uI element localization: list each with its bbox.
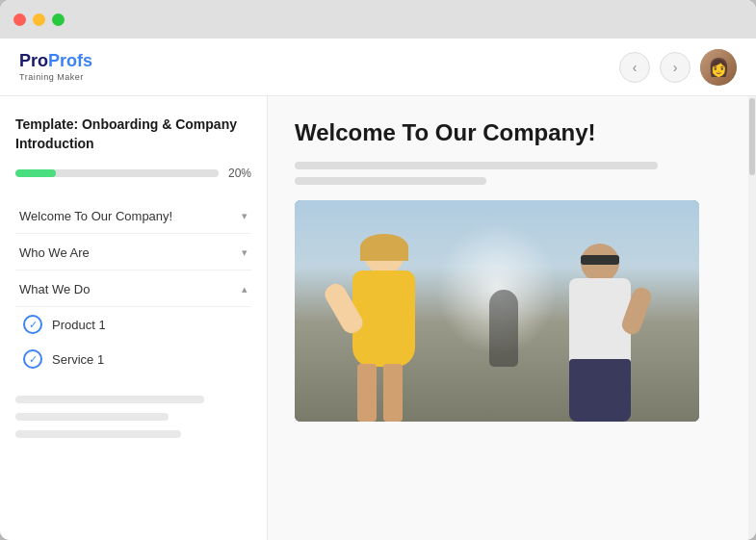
progress-label: 20% <box>228 167 251 180</box>
traffic-lights <box>13 13 65 26</box>
person-right <box>561 244 639 422</box>
chevron-down-icon: ▾ <box>242 210 248 222</box>
skeleton-line-3 <box>15 430 181 438</box>
sidebar-sub-label-product1: Product 1 <box>52 318 106 332</box>
sidebar-section-welcome: Welcome To Our Company! ▾ <box>15 199 251 234</box>
sidebar-item-who-we-are-label: Who We Are <box>19 245 90 260</box>
content-skeleton-line-1 <box>295 162 658 169</box>
sidebar-sub-item-service1[interactable]: Service 1 <box>15 342 251 376</box>
logo-subtitle: Training Maker <box>19 72 92 82</box>
content-area: Welcome To Our Company! <box>268 96 748 540</box>
avatar[interactable]: 👩 <box>700 49 737 86</box>
check-icon-service1 <box>23 349 42 369</box>
nav-prev-button[interactable]: ‹ <box>619 52 650 83</box>
glasses-right <box>581 255 619 265</box>
logo-profs: Profs <box>48 51 92 70</box>
main-content: Template: Onboarding & Company Introduct… <box>0 96 756 540</box>
photo-scene <box>295 200 699 422</box>
progress-fill <box>15 169 56 177</box>
person-left <box>343 234 425 422</box>
scrollbar-thumb <box>749 98 755 175</box>
scrollbar[interactable] <box>748 96 756 540</box>
sidebar-title: Template: Onboarding & Company Introduct… <box>15 116 251 153</box>
nav-next-button[interactable]: › <box>660 52 691 83</box>
skeleton-line-2 <box>15 413 169 421</box>
content-skeleton <box>295 162 721 185</box>
leg-left-2 <box>383 364 403 422</box>
title-bar <box>0 0 756 39</box>
progress-track <box>15 169 219 177</box>
sidebar-item-what-we-do-label: What We Do <box>19 282 90 296</box>
logo: ProProfs Training Maker <box>19 52 92 83</box>
sidebar-skeleton <box>15 396 251 438</box>
maximize-button[interactable] <box>52 13 65 26</box>
hair-left <box>360 234 408 261</box>
top-bar-right: ‹ › 👩 <box>619 49 737 86</box>
sidebar-item-welcome-label: Welcome To Our Company! <box>19 209 172 223</box>
leg-left-1 <box>357 364 377 422</box>
sidebar-section-what-we-do: What We Do ▴ Product 1 Service 1 <box>15 272 251 376</box>
check-icon-product1 <box>23 315 42 334</box>
sidebar-sub-label-service1: Service 1 <box>52 352 104 367</box>
content-image <box>295 200 699 422</box>
pants-right <box>569 359 631 422</box>
content-title: Welcome To Our Company! <box>295 119 721 146</box>
logo-pro: Pro <box>19 51 48 70</box>
bg-person <box>489 290 518 367</box>
chevron-down-icon-2: ▾ <box>242 246 248 259</box>
skeleton-line-1 <box>15 396 204 403</box>
avatar-image: 👩 <box>700 49 737 86</box>
chevron-up-icon: ▴ <box>242 283 248 296</box>
content-skeleton-line-2 <box>295 177 486 185</box>
sidebar-sub-item-product1[interactable]: Product 1 <box>15 307 251 342</box>
sidebar-item-what-we-do[interactable]: What We Do ▴ <box>15 272 251 307</box>
sidebar-item-who-we-are[interactable]: Who We Are ▾ <box>15 236 251 270</box>
minimize-button[interactable] <box>33 13 45 26</box>
browser-window: ProProfs Training Maker ‹ › 👩 Template: … <box>0 0 756 540</box>
progress-bar-container: 20% <box>15 167 251 180</box>
sidebar-item-welcome[interactable]: Welcome To Our Company! ▾ <box>15 199 251 234</box>
close-button[interactable] <box>13 13 26 26</box>
app-body: ProProfs Training Maker ‹ › 👩 Template: … <box>0 39 756 540</box>
sidebar: Template: Onboarding & Company Introduct… <box>0 96 268 540</box>
sidebar-section-who-we-are: Who We Are ▾ <box>15 236 251 270</box>
top-bar: ProProfs Training Maker ‹ › 👩 <box>0 39 756 96</box>
